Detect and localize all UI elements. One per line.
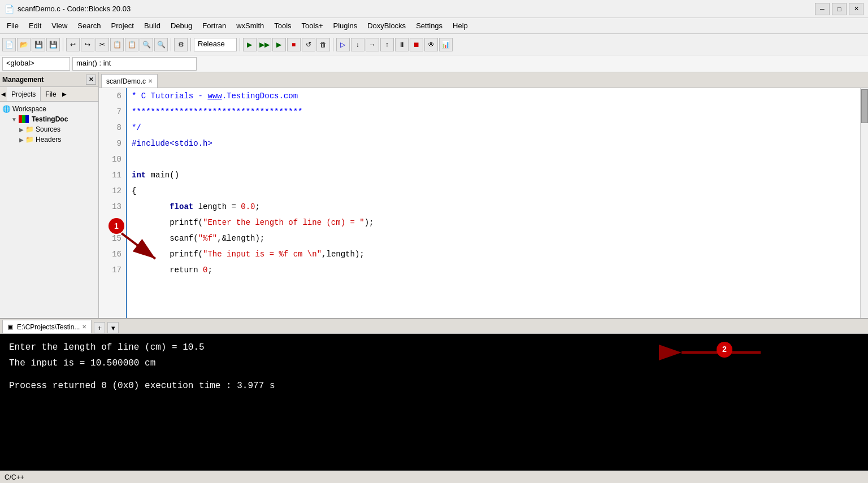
toolbar-stop[interactable]: ■: [287, 38, 301, 51]
terminal-tab-label: E:\CProjects\Testin...: [17, 323, 80, 331]
menu-plugins[interactable]: Plugins: [329, 20, 362, 31]
code-line-11: int main(): [127, 167, 860, 183]
toolbar-callstack[interactable]: 📊: [439, 38, 453, 51]
sep4: [240, 38, 240, 51]
tree-testingdoc[interactable]: ▼ TestingDoc: [0, 114, 98, 124]
toolbar-save[interactable]: 💾: [32, 38, 45, 51]
menu-fortran[interactable]: Fortran: [198, 20, 231, 31]
line-numbers: 6 7 8 9 10 11 12 13 14 15 16 17: [99, 88, 127, 318]
toolbar-open[interactable]: 📂: [17, 38, 31, 51]
sidebar: Management ✕ ◀ Projects File ▶ 🌐 Workspa…: [0, 72, 99, 318]
line-num-7: 7: [99, 104, 126, 120]
sep1: [63, 38, 63, 51]
toolbar-undo[interactable]: ↩: [66, 38, 80, 51]
testingdoc-icon: [19, 115, 29, 123]
editor-tab-scanfDemo[interactable]: scanfDemo.c ✕: [101, 74, 158, 88]
toolbar-debug-out[interactable]: ↑: [380, 38, 394, 51]
terminal-tab-close[interactable]: ✕: [82, 324, 86, 330]
toolbar-build[interactable]: ▶: [243, 38, 257, 51]
menu-debug[interactable]: Debug: [166, 20, 197, 31]
vertical-scrollbar[interactable]: [860, 88, 868, 318]
nav-bar: <global> main() : int: [0, 55, 868, 72]
sidebar-right-chevron[interactable]: ▶: [61, 91, 68, 97]
toolbar-new[interactable]: 📄: [2, 38, 16, 51]
line-num-10: 10: [99, 151, 126, 167]
line-num-13: 13: [99, 199, 126, 215]
code-line-6: * C Tutorials - www.TestingDocs.com: [127, 88, 860, 104]
folder-sources-icon: 📁: [25, 125, 34, 133]
toolbar-debug-pause[interactable]: ⏸: [395, 38, 409, 51]
toolbar-paste[interactable]: 📋: [125, 38, 138, 51]
toolbar-run[interactable]: ▶▶: [258, 38, 271, 51]
menu-tools[interactable]: Tools: [270, 20, 296, 31]
sidebar-tabs: ◀ Projects File ▶: [0, 87, 98, 102]
line-num-8: 8: [99, 120, 126, 136]
tree-sources[interactable]: ▶ 📁 Sources: [0, 124, 98, 134]
menu-search[interactable]: Search: [73, 20, 105, 31]
sidebar-left-chevron[interactable]: ◀: [0, 91, 7, 97]
toolbar-settings[interactable]: ⚙: [174, 38, 188, 51]
build-config-dropdown[interactable]: Release: [194, 38, 237, 51]
toolbar-build-run[interactable]: ▶: [272, 38, 286, 51]
line-num-9: 9: [99, 136, 126, 151]
editor-tab-close[interactable]: ✕: [148, 78, 153, 84]
code-line-15: scanf("%f",&length);: [127, 230, 860, 246]
sep3: [190, 38, 191, 51]
tree-headers[interactable]: ▶ 📁 Headers: [0, 134, 98, 145]
code-line-17: return 0;: [127, 262, 860, 278]
toolbar-redo[interactable]: ↪: [81, 38, 94, 51]
expand-sources-icon: ▶: [19, 127, 24, 133]
workspace-label: Workspace: [12, 105, 46, 113]
management-label: Management: [2, 76, 44, 84]
toolbar-find[interactable]: 🔍: [140, 38, 153, 51]
code-line-14: printf("Enter the length of line (cm) = …: [127, 215, 860, 230]
menu-edit[interactable]: Edit: [24, 20, 46, 31]
toolbar-rebuild[interactable]: ↺: [302, 38, 315, 51]
menu-build[interactable]: Build: [140, 20, 165, 31]
menu-settings[interactable]: Settings: [411, 20, 447, 31]
editor-body: 6 7 8 9 10 11 12 13 14 15 16 17: [99, 88, 868, 318]
menu-file[interactable]: File: [2, 20, 23, 31]
code-line-13: float length = 0.0;: [127, 199, 860, 215]
toolbar-debug-run[interactable]: ▷: [336, 38, 350, 51]
menu-wxsmith[interactable]: wxSmith: [232, 20, 268, 31]
function-dropdown[interactable]: main() : int: [72, 57, 197, 71]
toolbar-replace[interactable]: 🔍: [154, 38, 168, 51]
menu-view[interactable]: View: [47, 20, 72, 31]
terminal-dropdown-button[interactable]: ▾: [107, 322, 119, 333]
terminal-tabs: ▣ E:\CProjects\Testin... ✕ + ▾: [0, 318, 868, 334]
menu-tools-plus[interactable]: Tools+: [297, 20, 328, 31]
code-line-16: printf("The input is = %f cm \n",length)…: [127, 246, 860, 262]
tree-workspace[interactable]: 🌐 Workspace: [0, 104, 98, 114]
sidebar-tab-projects[interactable]: Projects: [7, 87, 41, 101]
toolbar-watches[interactable]: 👁: [424, 38, 438, 51]
toolbar-debug-stop[interactable]: ⏹: [410, 38, 423, 51]
code-content[interactable]: * C Tutorials - www.TestingDocs.com ****…: [127, 88, 860, 318]
sidebar-close-button[interactable]: ✕: [86, 75, 96, 85]
terminal-tab-main[interactable]: ▣ E:\CProjects\Testin... ✕: [2, 320, 92, 333]
toolbar-copy[interactable]: 📋: [110, 38, 124, 51]
menu-help[interactable]: Help: [448, 20, 472, 31]
terminal-line-2: The input is = 10.500000 cm: [9, 356, 859, 370]
sidebar-tab-file[interactable]: File: [41, 87, 60, 101]
headers-label: Headers: [36, 136, 61, 143]
code-line-12: {: [127, 183, 860, 199]
sep2: [171, 38, 171, 51]
scrollbar-thumb[interactable]: [861, 89, 868, 123]
toolbar-saveall[interactable]: 💾: [46, 38, 60, 51]
menu-doxyblocks[interactable]: DoxyBlocks: [363, 20, 410, 31]
toolbar-debug-step[interactable]: ↓: [351, 38, 364, 51]
maximize-button[interactable]: □: [832, 3, 847, 15]
toolbar-debug-next[interactable]: →: [366, 38, 379, 51]
toolbar-clean[interactable]: 🗑: [316, 38, 330, 51]
terminal-add-button[interactable]: +: [94, 322, 105, 333]
terminal-blank: [9, 372, 859, 379]
folder-headers-icon: 📁: [25, 136, 34, 143]
menu-project[interactable]: Project: [107, 20, 138, 31]
toolbar-cut[interactable]: ✂: [96, 38, 109, 51]
scope-dropdown[interactable]: <global>: [2, 57, 70, 71]
testingdoc-label: TestingDoc: [32, 115, 68, 123]
close-button[interactable]: ✕: [849, 3, 863, 15]
annotation-2: 2: [717, 342, 732, 358]
minimize-button[interactable]: ─: [815, 3, 830, 15]
